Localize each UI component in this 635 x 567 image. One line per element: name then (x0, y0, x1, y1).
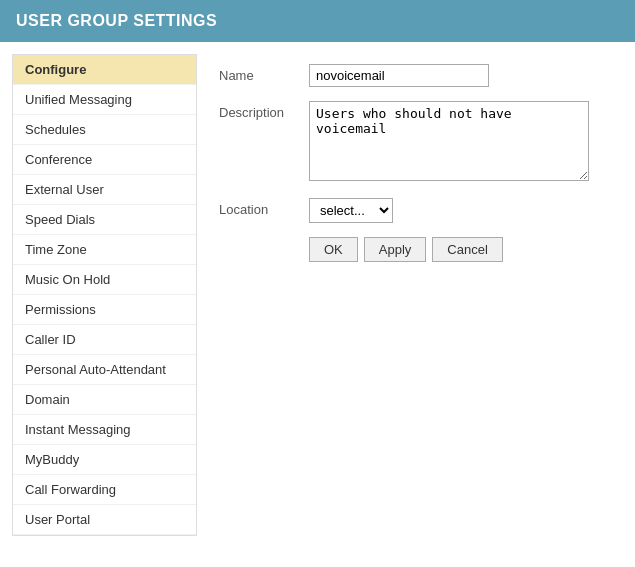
name-input[interactable] (309, 64, 489, 87)
location-label: Location (219, 198, 309, 217)
sidebar-item-schedules[interactable]: Schedules (13, 115, 196, 145)
sidebar-item-unified-messaging[interactable]: Unified Messaging (13, 85, 196, 115)
sidebar-item-mybuddy[interactable]: MyBuddy (13, 445, 196, 475)
page-wrapper: USER GROUP SETTINGS ConfigureUnified Mes… (0, 0, 635, 567)
apply-button[interactable]: Apply (364, 237, 427, 262)
page-header: USER GROUP SETTINGS (0, 0, 635, 42)
sidebar-item-configure[interactable]: Configure (13, 55, 196, 85)
sidebar-item-domain[interactable]: Domain (13, 385, 196, 415)
sidebar-item-permissions[interactable]: Permissions (13, 295, 196, 325)
sidebar-item-speed-dials[interactable]: Speed Dials (13, 205, 196, 235)
sidebar-item-call-forwarding[interactable]: Call Forwarding (13, 475, 196, 505)
content-area: ConfigureUnified MessagingSchedulesConfe… (0, 42, 635, 548)
location-row: Location select...Option 1Option 2 (219, 198, 611, 223)
ok-button[interactable]: OK (309, 237, 358, 262)
name-field-container (309, 64, 611, 87)
description-row: Description (219, 101, 611, 184)
sidebar-item-instant-messaging[interactable]: Instant Messaging (13, 415, 196, 445)
buttons-row: OK Apply Cancel (309, 237, 611, 262)
description-textarea[interactable] (309, 101, 589, 181)
sidebar-item-external-user[interactable]: External User (13, 175, 196, 205)
sidebar-item-conference[interactable]: Conference (13, 145, 196, 175)
location-field-container: select...Option 1Option 2 (309, 198, 611, 223)
name-label: Name (219, 64, 309, 83)
sidebar-item-caller-id[interactable]: Caller ID (13, 325, 196, 355)
description-label: Description (219, 101, 309, 120)
description-field-container (309, 101, 611, 184)
cancel-button[interactable]: Cancel (432, 237, 502, 262)
name-row: Name (219, 64, 611, 87)
location-select[interactable]: select...Option 1Option 2 (309, 198, 393, 223)
sidebar-item-user-portal[interactable]: User Portal (13, 505, 196, 535)
sidebar-item-personal-auto-attendant[interactable]: Personal Auto-Attendant (13, 355, 196, 385)
main-content: Name Description Location select...Optio… (207, 54, 623, 536)
page-title: USER GROUP SETTINGS (16, 12, 217, 29)
sidebar-item-music-on-hold[interactable]: Music On Hold (13, 265, 196, 295)
sidebar-item-time-zone[interactable]: Time Zone (13, 235, 196, 265)
sidebar: ConfigureUnified MessagingSchedulesConfe… (12, 54, 197, 536)
